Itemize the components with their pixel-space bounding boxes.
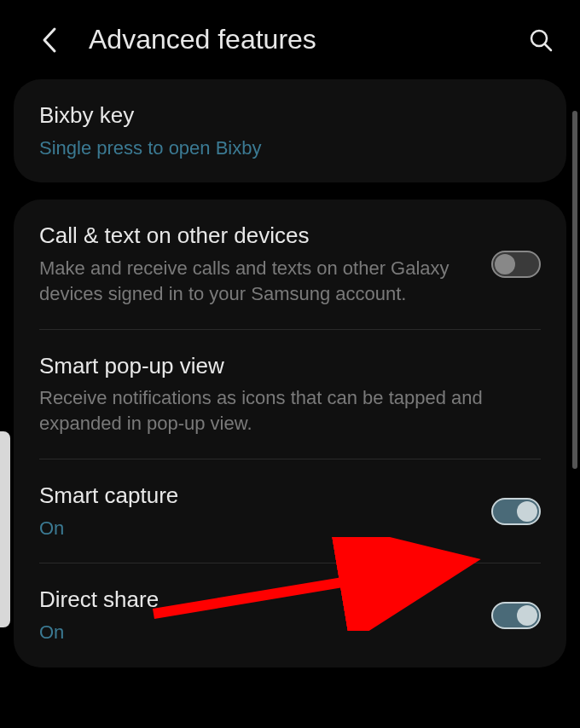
row-subtitle: Receive notifications as icons that can …	[39, 385, 524, 436]
call-text-row[interactable]: Call & text on other devices Make and re…	[14, 199, 566, 328]
left-edge-tab[interactable]	[0, 431, 10, 627]
call-text-toggle[interactable]	[491, 251, 541, 278]
row-text: Direct share On	[39, 586, 491, 644]
toggle-knob	[517, 501, 537, 522]
row-subtitle: Single press to open Bixby	[39, 136, 524, 161]
row-title: Direct share	[39, 586, 474, 615]
search-icon[interactable]	[525, 25, 556, 55]
settings-card-1: Bixby key Single press to open Bixby	[14, 79, 566, 182]
scrollbar-thumb[interactable]	[572, 111, 577, 469]
smart-popup-row[interactable]: Smart pop-up view Receive notifications …	[14, 330, 566, 459]
row-subtitle: On	[39, 620, 474, 645]
row-title: Bixby key	[39, 101, 524, 130]
content-area: Bixby key Single press to open Bixby Cal…	[0, 79, 580, 667]
page-title: Advanced features	[89, 24, 525, 55]
row-title: Smart pop-up view	[39, 352, 524, 381]
toggle-knob	[517, 605, 537, 626]
smart-capture-row[interactable]: Smart capture On	[14, 459, 566, 563]
row-text: Bixby key Single press to open Bixby	[39, 101, 541, 160]
row-text: Smart capture On	[39, 482, 491, 540]
smart-capture-toggle[interactable]	[491, 498, 541, 525]
app-header: Advanced features	[0, 0, 580, 79]
settings-card-2: Call & text on other devices Make and re…	[14, 199, 566, 667]
bixby-key-row[interactable]: Bixby key Single press to open Bixby	[14, 79, 566, 182]
direct-share-row[interactable]: Direct share On	[14, 563, 566, 667]
direct-share-toggle[interactable]	[491, 602, 541, 629]
scrollbar-track	[572, 111, 577, 711]
row-text: Smart pop-up view Receive notifications …	[39, 352, 541, 436]
toggle-knob	[495, 254, 515, 274]
row-text: Call & text on other devices Make and re…	[39, 222, 491, 306]
row-title: Smart capture	[39, 482, 474, 511]
row-title: Call & text on other devices	[39, 222, 474, 251]
back-icon[interactable]	[34, 25, 65, 55]
row-subtitle: Make and receive calls and texts on othe…	[39, 256, 474, 306]
row-subtitle: On	[39, 516, 474, 541]
